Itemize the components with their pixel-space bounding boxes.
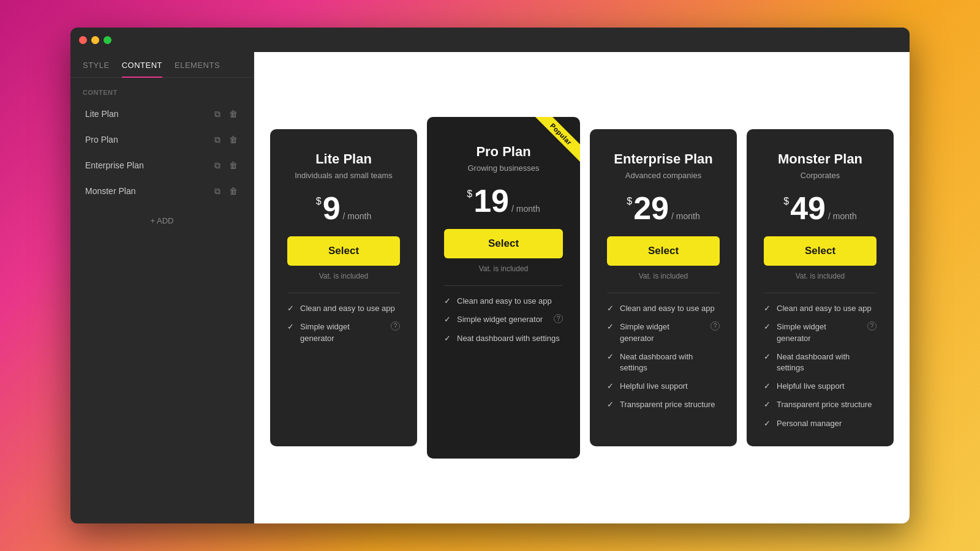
pricing-cards: Lite Plan Individuals and small teams $ … — [270, 129, 894, 446]
check-icon: ✓ — [607, 322, 614, 331]
sidebar-item-monster-plan[interactable]: Monster Plan ⧉ 🗑 — [78, 179, 246, 203]
check-icon: ✓ — [607, 352, 614, 361]
feature-text: Clean and easy to use app — [457, 296, 563, 307]
feature-item: ✓ Simple widget generator ? — [444, 314, 563, 325]
check-icon: ✓ — [607, 304, 614, 313]
monster-vat-note: Vat. is included — [764, 272, 876, 280]
feature-item: ✓ Simple widget generator ? — [607, 321, 720, 343]
pricing-area: Lite Plan Individuals and small teams $ … — [254, 52, 910, 523]
enterprise-plan-name: Enterprise Plan — [607, 151, 720, 167]
feature-item: ✓ Neat dashboard with settings — [607, 351, 720, 373]
sidebar-item-enterprise-plan[interactable]: Enterprise Plan ⧉ 🗑 — [78, 154, 246, 177]
feature-item: ✓ Neat dashboard with settings — [764, 351, 876, 373]
copy-icon[interactable]: ⧉ — [212, 160, 223, 171]
feature-item: ✓ Clean and easy to use app — [607, 303, 720, 314]
pro-select-button[interactable]: Select — [444, 229, 563, 258]
minimize-button[interactable] — [91, 36, 99, 44]
feature-text: Helpful live support — [777, 381, 876, 392]
tab-elements[interactable]: ELEMENTS — [175, 61, 220, 77]
lite-currency: $ — [316, 196, 322, 207]
delete-icon[interactable]: 🗑 — [228, 108, 239, 119]
tab-content[interactable]: CONTENT — [122, 61, 162, 77]
sidebar-item-lite-plan[interactable]: Lite Plan ⧉ 🗑 — [78, 102, 246, 126]
lite-divider — [287, 293, 400, 293]
feature-text: Neat dashboard with settings — [457, 333, 563, 344]
sidebar: STYLE CONTENT ELEMENTS CONTENT Lite Plan… — [70, 52, 254, 523]
monster-plan-name: Monster Plan — [764, 151, 876, 167]
add-item-button[interactable]: + ADD — [83, 211, 241, 230]
sidebar-item-enterprise-label: Enterprise Plan — [85, 160, 144, 170]
check-icon: ✓ — [287, 304, 294, 313]
check-icon: ✓ — [444, 334, 451, 343]
help-icon[interactable]: ? — [391, 321, 400, 331]
help-icon[interactable]: ? — [867, 321, 876, 331]
delete-icon[interactable]: 🗑 — [228, 160, 239, 171]
check-icon: ✓ — [287, 322, 294, 331]
enterprise-feature-list: ✓ Clean and easy to use app ✓ Simple wid… — [607, 303, 720, 410]
sidebar-item-lite-actions: ⧉ 🗑 — [212, 108, 239, 119]
traffic-lights — [79, 36, 111, 44]
lite-plan-name: Lite Plan — [287, 151, 400, 167]
feature-item: ✓ Clean and easy to use app — [764, 303, 876, 314]
tab-style[interactable]: STYLE — [83, 61, 110, 77]
enterprise-price-period: / month — [671, 211, 700, 221]
maximize-button[interactable] — [104, 36, 111, 44]
feature-text: Neat dashboard with settings — [777, 351, 876, 373]
monster-select-button[interactable]: Select — [764, 236, 876, 266]
monster-divider — [764, 293, 876, 293]
delete-icon[interactable]: 🗑 — [228, 186, 239, 197]
check-icon: ✓ — [764, 304, 771, 313]
feature-text: Personal manager — [777, 418, 876, 429]
delete-icon[interactable]: 🗑 — [228, 134, 239, 145]
check-icon: ✓ — [764, 352, 771, 361]
check-icon: ✓ — [444, 315, 451, 324]
lite-price-period: / month — [343, 211, 372, 221]
copy-icon[interactable]: ⧉ — [212, 134, 223, 145]
help-icon[interactable]: ? — [710, 321, 720, 331]
check-icon: ✓ — [764, 419, 771, 428]
sidebar-item-pro-actions: ⧉ 🗑 — [212, 134, 239, 145]
lite-vat-note: Vat. is included — [287, 272, 400, 280]
copy-icon[interactable]: ⧉ — [212, 186, 223, 197]
feature-text: Neat dashboard with settings — [620, 351, 720, 373]
title-bar — [70, 28, 910, 52]
help-icon[interactable]: ? — [554, 314, 563, 323]
lite-select-button[interactable]: Select — [287, 236, 400, 266]
lite-price-amount: 9 — [323, 192, 341, 224]
feature-text: Transparent price structure — [777, 399, 876, 410]
copy-icon[interactable]: ⧉ — [212, 108, 223, 119]
lite-plan-price: $ 9 / month — [287, 192, 400, 224]
enterprise-plan-desc: Advanced companies — [607, 171, 720, 180]
sidebar-item-monster-actions: ⧉ 🗑 — [212, 186, 239, 197]
feature-text: Helpful live support — [620, 381, 720, 392]
feature-text: Simple widget generator — [457, 314, 545, 325]
enterprise-price-amount: 29 — [633, 192, 669, 224]
feature-item: ✓ Clean and easy to use app — [444, 296, 563, 307]
feature-item: ✓ Personal manager — [764, 418, 876, 429]
feature-item: ✓ Helpful live support — [764, 381, 876, 392]
app-window: STYLE CONTENT ELEMENTS CONTENT Lite Plan… — [70, 28, 910, 523]
monster-plan-desc: Corporates — [764, 171, 876, 180]
feature-item: ✓ Neat dashboard with settings — [444, 333, 563, 344]
pricing-card-lite: Lite Plan Individuals and small teams $ … — [270, 129, 417, 446]
lite-plan-desc: Individuals and small teams — [287, 171, 400, 180]
check-icon: ✓ — [444, 296, 451, 305]
pro-plan-name: Pro Plan — [444, 144, 563, 160]
pro-divider — [444, 285, 563, 286]
pricing-card-enterprise: Enterprise Plan Advanced companies $ 29 … — [590, 129, 737, 446]
pro-plan-desc: Growing businesses — [444, 163, 563, 173]
check-icon: ✓ — [764, 400, 771, 409]
check-icon: ✓ — [764, 322, 771, 331]
check-icon: ✓ — [764, 381, 771, 391]
enterprise-select-button[interactable]: Select — [607, 236, 720, 266]
pricing-card-monster: Monster Plan Corporates $ 49 / month Sel… — [747, 129, 894, 446]
feature-text: Simple widget generator — [300, 321, 382, 343]
feature-item: ✓ Clean and easy to use app — [287, 303, 400, 314]
feature-text: Transparent price structure — [620, 399, 720, 410]
feature-item: ✓ Simple widget generator ? — [764, 321, 876, 343]
sidebar-section-label: CONTENT — [70, 78, 254, 102]
close-button[interactable] — [79, 36, 87, 44]
feature-text: Simple widget generator — [620, 321, 702, 343]
sidebar-item-monster-label: Monster Plan — [85, 186, 135, 196]
sidebar-item-pro-plan[interactable]: Pro Plan ⧉ 🗑 — [78, 128, 246, 151]
